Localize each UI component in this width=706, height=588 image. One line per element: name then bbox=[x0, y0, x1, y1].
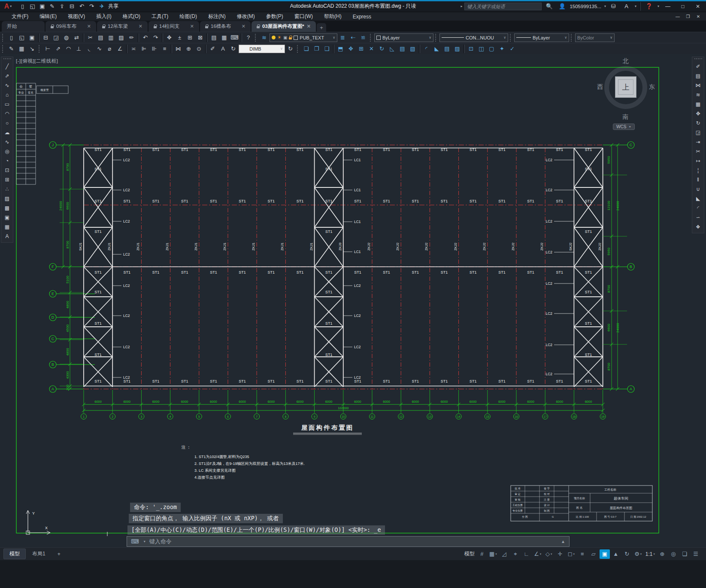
layer-freeze-vp-icon[interactable]: ▣ bbox=[283, 35, 287, 40]
offset-icon[interactable]: ≋ bbox=[693, 90, 703, 99]
dynamic-input-icon[interactable]: ⌖ bbox=[510, 549, 521, 559]
open-icon[interactable]: ◱ bbox=[17, 33, 27, 42]
close-tab-icon[interactable]: ✕ bbox=[242, 24, 245, 29]
offset-faces-icon[interactable]: ⊞ bbox=[356, 44, 366, 54]
layer-previous-icon[interactable]: ⇠ bbox=[348, 33, 358, 42]
search-icon[interactable]: 🔍 bbox=[544, 2, 554, 11]
pan-icon[interactable]: ✥ bbox=[164, 33, 174, 42]
minimize-button[interactable]: — bbox=[661, 2, 674, 11]
menu-7[interactable]: 绘图(D) bbox=[174, 12, 203, 21]
line-icon[interactable]: ╱ bbox=[2, 62, 12, 71]
layer-states-icon[interactable]: ≣ bbox=[338, 33, 348, 42]
make-block-icon[interactable]: ⊞ bbox=[2, 175, 12, 184]
taper-faces-icon[interactable]: ◺ bbox=[387, 44, 397, 54]
autodesk-apps-icon[interactable]: A bbox=[621, 2, 632, 11]
save-icon[interactable]: ▣ bbox=[37, 2, 47, 11]
osnap-icon[interactable]: ◻▾ bbox=[566, 549, 576, 559]
move-icon[interactable]: ✥ bbox=[693, 109, 703, 118]
insert-block-icon[interactable]: ⊡ bbox=[2, 166, 12, 175]
dim-linear-icon[interactable]: ⊢ bbox=[43, 44, 53, 54]
menu-4[interactable]: 插入(I) bbox=[91, 12, 117, 21]
doc-minimize-button[interactable]: — bbox=[673, 12, 683, 20]
copy-edges-icon[interactable]: ▤ bbox=[442, 44, 452, 54]
rectangle-icon[interactable]: ▭ bbox=[2, 100, 12, 109]
wcs-menu[interactable]: WCS▼ bbox=[613, 124, 635, 130]
close-tab-icon[interactable]: ✕ bbox=[307, 24, 311, 29]
recent-commands-icon[interactable]: ▲ bbox=[561, 539, 565, 544]
zoom-previous-icon[interactable]: ⊠ bbox=[195, 33, 205, 42]
table-style-icon[interactable]: ▦ bbox=[17, 44, 27, 54]
fillet-edges-icon[interactable]: ◜ bbox=[421, 44, 431, 54]
dim-tolerance-icon[interactable]: ⊕ bbox=[184, 44, 194, 54]
dim-baseline-icon[interactable]: ⊫ bbox=[139, 44, 149, 54]
hatch-icon[interactable]: ▨ bbox=[2, 194, 12, 203]
break-at-point-icon[interactable]: ¦ bbox=[693, 166, 703, 175]
delete-faces-icon[interactable]: ✕ bbox=[367, 44, 376, 54]
explode-icon[interactable]: ❖ bbox=[693, 222, 703, 231]
dim-diameter-icon[interactable]: ⌀ bbox=[105, 44, 115, 54]
otrack-icon[interactable]: ✛ bbox=[555, 549, 565, 559]
selection-cycling-icon[interactable]: ▣ bbox=[600, 549, 610, 559]
rotate-icon[interactable]: ↻ bbox=[693, 118, 703, 127]
layer-match-icon[interactable]: ≌ bbox=[358, 33, 368, 42]
viewcube-north[interactable]: 北 bbox=[623, 57, 629, 65]
zoom-realtime-icon[interactable]: ± bbox=[175, 33, 185, 42]
viewcube-west[interactable]: 西 bbox=[597, 83, 603, 91]
share-label[interactable]: 共享 bbox=[108, 3, 118, 10]
close-tab-icon[interactable]: ✕ bbox=[190, 24, 194, 29]
erase-icon[interactable]: ✐ bbox=[693, 62, 703, 71]
text-style-icon[interactable]: ✎ bbox=[6, 44, 16, 54]
spline-icon[interactable]: ∿ bbox=[2, 137, 12, 146]
clean-screen-icon[interactable]: ❏ bbox=[679, 549, 690, 559]
viewport-controls[interactable]: [-][俯视][二维线框] bbox=[16, 58, 58, 64]
file-tab[interactable]: 16檩条布✕ bbox=[200, 21, 251, 32]
chamfer-edges-icon[interactable]: ◣ bbox=[432, 44, 442, 54]
cut-icon[interactable]: ✂ bbox=[85, 33, 95, 42]
color-edges-icon[interactable]: ▨ bbox=[452, 44, 462, 54]
command-customize-icon[interactable]: ⌨ bbox=[131, 538, 139, 545]
help-icon[interactable]: ❓ bbox=[644, 2, 654, 11]
dim-break-icon[interactable]: ⋈ bbox=[173, 44, 183, 54]
polygon-icon[interactable]: ⌂ bbox=[2, 90, 12, 99]
layer-on-icon[interactable] bbox=[272, 36, 276, 39]
help-icon[interactable]: ? bbox=[243, 33, 253, 42]
share-icon[interactable]: ✈ bbox=[97, 2, 107, 11]
workspace-icon[interactable]: ⚙▾ bbox=[633, 549, 643, 559]
move-faces-icon[interactable]: ✥ bbox=[346, 44, 356, 54]
break-icon[interactable]: ‖ bbox=[693, 175, 703, 184]
color-faces-icon[interactable]: ▧ bbox=[408, 44, 418, 54]
etransmit-icon[interactable]: ⇄ bbox=[72, 33, 82, 42]
blend-curves-icon[interactable]: ∽ bbox=[693, 213, 703, 222]
menu-9[interactable]: 修改(M) bbox=[231, 12, 261, 21]
dim-center-icon[interactable]: ⊙ bbox=[194, 44, 204, 54]
redo-icon[interactable]: ↷ bbox=[151, 33, 161, 42]
isolate-icon[interactable]: ◎ bbox=[668, 549, 679, 559]
transparency-icon[interactable]: ▱ bbox=[588, 549, 599, 559]
clean-icon[interactable]: ✦ bbox=[497, 44, 507, 54]
dim-angular-icon[interactable]: ∠ bbox=[115, 44, 125, 54]
point-icon[interactable]: ∴ bbox=[2, 184, 12, 193]
toolbar-grip[interactable] bbox=[39, 45, 41, 53]
new-icon[interactable]: ▯ bbox=[18, 2, 27, 11]
trim-icon[interactable]: ✂ bbox=[693, 147, 703, 156]
close-tab-icon[interactable]: ✕ bbox=[139, 24, 142, 29]
copy-icon[interactable]: ▤ bbox=[693, 71, 703, 80]
chamfer-icon[interactable]: ◣ bbox=[693, 194, 703, 203]
shell-icon[interactable]: ▢ bbox=[487, 44, 497, 54]
plot-preview-icon[interactable]: ◲ bbox=[51, 33, 61, 42]
command-input[interactable]: ⌨▾ 键入命令 ▲ bbox=[127, 536, 570, 547]
dim-space-icon[interactable]: ≡ bbox=[160, 44, 170, 54]
dim-update-icon[interactable]: ↻ bbox=[285, 44, 295, 54]
publish-icon[interactable]: ◍ bbox=[61, 33, 71, 42]
palette-grip[interactable] bbox=[3, 58, 11, 60]
mirror-icon[interactable]: ⋈ bbox=[693, 81, 703, 90]
color-dropdown[interactable]: ByLayer∨ bbox=[374, 33, 433, 42]
search-expand-icon[interactable]: ▸ bbox=[461, 4, 462, 8]
check-icon[interactable]: ✓ bbox=[507, 44, 517, 54]
menu-8[interactable]: 标注(N) bbox=[203, 12, 231, 21]
gradient-icon[interactable]: ▩ bbox=[2, 203, 12, 212]
app-store-icon[interactable]: ⛁ bbox=[608, 2, 619, 11]
properties-icon[interactable]: ▤ bbox=[209, 33, 219, 42]
layer-dropdown[interactable]: ☀▣PUB_TEXT∨ bbox=[270, 33, 337, 42]
viewcube-top-face[interactable]: 上 bbox=[615, 76, 636, 98]
